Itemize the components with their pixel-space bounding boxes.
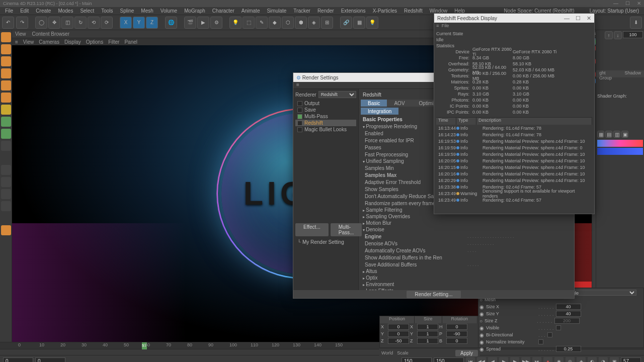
key-param-icon[interactable]: ◑ <box>599 357 608 363</box>
rp-grid3-icon[interactable]: ▥ <box>613 131 620 138</box>
light-icon[interactable]: 💡 <box>229 17 242 29</box>
menu-redshift[interactable]: Redshift <box>401 7 426 15</box>
menu-edit[interactable]: Edit <box>17 7 32 15</box>
vp-cameras[interactable]: Cameras <box>39 39 59 45</box>
menu-xparticles[interactable]: X-Particles <box>370 7 400 15</box>
goto-start-icon[interactable]: ⏮ <box>466 357 475 363</box>
axis-y-icon[interactable]: Y <box>133 17 145 29</box>
point-mode-icon[interactable] <box>1 56 11 66</box>
poly-mode-icon[interactable] <box>1 80 11 90</box>
rs-list-item[interactable]: Redshift <box>295 120 356 126</box>
record-icon[interactable]: ● <box>543 357 552 363</box>
psr-sz[interactable] <box>417 338 438 344</box>
undo-icon[interactable]: ↶ <box>2 17 14 29</box>
obj-mode-icon[interactable] <box>1 93 11 103</box>
cube-icon[interactable]: ⬚ <box>243 17 255 29</box>
menu-spline[interactable]: Spline <box>117 7 137 15</box>
rp-zoom[interactable] <box>623 31 643 38</box>
psr-ry[interactable] <box>446 331 467 337</box>
axis-x-icon[interactable]: X <box>120 17 132 29</box>
menu-mesh[interactable]: Mesh <box>138 7 156 15</box>
rs-hamburger-icon[interactable]: ≡ <box>293 82 302 87</box>
tab-content-browser[interactable]: Content Browser <box>32 31 69 37</box>
rf-hamburger-icon[interactable]: ≡ <box>436 23 439 28</box>
prev-key-icon[interactable]: ◀◀ <box>477 357 486 363</box>
rp-tab-lightgroup[interactable]: ght Group <box>596 70 621 77</box>
tool-icon[interactable]: ⟲ <box>88 17 100 29</box>
psr-tab-rotation[interactable]: Rotation <box>442 316 478 323</box>
close-icon[interactable]: ✕ <box>637 1 641 6</box>
key-rot-icon[interactable]: ◐ <box>588 357 597 363</box>
edge-mode-icon[interactable] <box>1 68 11 78</box>
attr-bidir-cb[interactable] <box>547 332 552 337</box>
rs-list-item[interactable]: Magic Bullet Looks <box>295 126 356 133</box>
deform-icon[interactable]: ⬢ <box>295 17 307 29</box>
menu-animate[interactable]: Animate <box>238 7 263 15</box>
menu-select[interactable]: Select <box>77 7 97 15</box>
autokey-icon[interactable]: ◉ <box>554 357 564 363</box>
rs-grp-dn[interactable]: Denoise <box>361 226 572 233</box>
redo-icon[interactable]: ↷ <box>16 17 28 29</box>
poly-icon[interactable]: ⬡ <box>282 17 294 29</box>
view4-icon[interactable] <box>1 201 11 211</box>
next-frame-icon[interactable]: ▶ <box>510 357 519 363</box>
vp-hamburger-icon[interactable]: ≡ <box>15 39 18 45</box>
prev-frame-icon[interactable]: ◀ <box>488 357 497 363</box>
play-icon[interactable]: ▶ <box>499 357 508 363</box>
rp-gradient1[interactable] <box>597 140 643 147</box>
attr-norm-cb[interactable] <box>538 339 543 344</box>
select-icon[interactable]: ◯ <box>35 17 47 29</box>
axis-z-icon[interactable]: Z <box>146 17 158 29</box>
prim-icon[interactable]: ◆ <box>269 17 281 29</box>
menu-character[interactable]: Character <box>209 7 237 15</box>
rs-list-item[interactable]: Output <box>295 100 356 107</box>
my-render-setting[interactable]: My Render Setting <box>302 239 344 245</box>
tag-icon[interactable]: ◈ <box>308 17 320 29</box>
vp-display[interactable]: Display <box>64 39 81 45</box>
psr-rx[interactable] <box>446 324 467 330</box>
psr-rz[interactable] <box>446 338 467 344</box>
layout-label[interactable]: Layout: Startup (User) <box>587 7 642 15</box>
model-mode-icon[interactable] <box>1 32 11 42</box>
snap3-icon[interactable] <box>1 141 11 151</box>
rs-footer-button[interactable]: Render Setting... <box>407 291 460 298</box>
preview-icon[interactable]: ▶ <box>197 17 209 29</box>
frame-slider-start[interactable] <box>35 357 65 363</box>
tab-view[interactable]: View <box>15 31 26 37</box>
attr-visible-cb[interactable] <box>556 325 561 330</box>
maximize-icon[interactable]: ☐ <box>625 1 630 6</box>
rf-titlebar[interactable]: Redshift Feedback Display — ☐ ✕ <box>434 14 594 23</box>
rf-maximize-icon[interactable]: ☐ <box>576 15 581 22</box>
key-pla-icon[interactable]: ▣ <box>610 357 619 363</box>
rs-grp-en[interactable]: Environment <box>361 281 572 288</box>
minimize-icon[interactable]: — <box>613 1 618 6</box>
rotate-icon[interactable]: ↻ <box>74 17 87 29</box>
rp-grid1-icon[interactable]: ▦ <box>597 131 604 138</box>
move-icon[interactable]: ✥ <box>48 17 60 29</box>
vp-panel[interactable]: Panel <box>124 39 137 45</box>
attr-sizez-input[interactable] <box>554 318 580 324</box>
psr-px[interactable] <box>388 324 409 330</box>
tool2-icon[interactable]: ⟳ <box>101 17 113 29</box>
rf-file[interactable]: File <box>442 23 449 28</box>
menu-volume[interactable]: Volume <box>157 7 180 15</box>
multipass-button[interactable]: Multi-Pass... <box>331 223 362 236</box>
rp-tab-shadow[interactable]: Shadow <box>621 70 644 77</box>
menu-simulate[interactable]: Simulate <box>264 7 289 15</box>
menu-create[interactable]: Create <box>33 7 54 15</box>
rs-tab-aov[interactable]: AOV <box>387 100 412 107</box>
rs-tab-basic[interactable]: Basic <box>361 100 387 107</box>
psr-sy[interactable] <box>417 331 438 337</box>
psr-sx[interactable] <box>417 324 438 330</box>
world-icon[interactable]: 🌐 <box>165 17 177 29</box>
menu-mograph[interactable]: MoGraph <box>181 7 208 15</box>
attr-sizex-input[interactable] <box>556 304 581 310</box>
rs-tab-integration[interactable]: Integration <box>361 108 398 115</box>
pen-icon[interactable]: ✎ <box>256 17 268 29</box>
effect-button[interactable]: Effect... <box>295 223 329 236</box>
snap-icon[interactable] <box>1 117 11 127</box>
key-pos-icon[interactable]: ◎ <box>566 357 575 363</box>
link-icon[interactable]: 🔗 <box>340 17 352 29</box>
frame-start[interactable] <box>3 357 33 363</box>
rs-grp-al[interactable]: Altus <box>361 268 572 275</box>
